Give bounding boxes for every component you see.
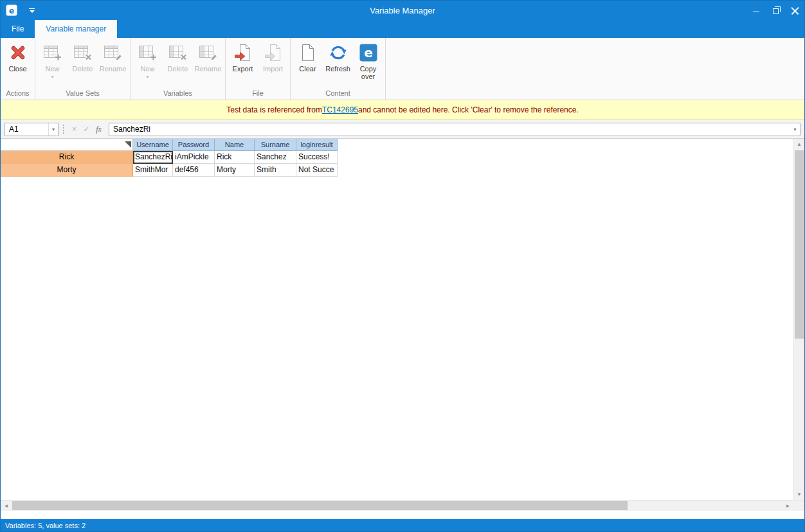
variable-manager-window: e Variable Manager File Variable manager [0, 0, 805, 532]
row-header-morty[interactable]: Morty [1, 164, 133, 177]
ribbon-valuesets-delete-button[interactable]: Delete [68, 39, 98, 73]
ribbon-button-label: Delete [73, 65, 93, 73]
corner-triangle-icon [125, 141, 131, 148]
tab-variable-manager[interactable]: Variable manager [35, 20, 117, 38]
horizontal-scroll-thumb[interactable] [12, 501, 628, 510]
window-title: Variable Manager [1, 6, 804, 15]
minimize-button[interactable] [746, 1, 766, 20]
refresh-arrows-icon [329, 42, 348, 63]
ribbon: Close Actions [1, 38, 804, 100]
testcase-link[interactable]: TC142695 [322, 105, 358, 114]
column-header-loginresult[interactable]: loginresult [296, 139, 338, 151]
ribbon-clear-button[interactable]: Clear [293, 39, 323, 73]
column-header-password[interactable]: Password [173, 139, 215, 151]
ribbon-close-button[interactable]: Close [3, 39, 33, 73]
scroll-up-button[interactable]: ▲ [794, 139, 804, 150]
horizontal-scroll-track[interactable] [12, 501, 782, 511]
ribbon-group-actions: Close Actions [1, 38, 35, 100]
rename-value-set-icon [104, 42, 123, 63]
cell-name-morty[interactable]: Morty [215, 164, 255, 177]
dropdown-arrow-icon: ▾ [146, 74, 149, 80]
ribbon-group-value-sets: New ▾ Delete [35, 38, 131, 100]
cell-loginresult-rick[interactable]: Success! [296, 151, 338, 164]
import-document-icon [264, 42, 282, 63]
ribbon-button-label: Close [8, 65, 26, 73]
ribbon-group-label-actions: Actions [3, 88, 33, 100]
scroll-right-button[interactable]: ► [782, 501, 793, 511]
close-window-button[interactable] [785, 1, 804, 20]
ribbon-import-button[interactable]: Import [258, 39, 288, 73]
formula-confirm-button[interactable]: ✓ [80, 125, 93, 134]
close-window-icon [791, 6, 799, 15]
copy-over-logo-icon: e [359, 42, 378, 63]
scrollbar-corner [793, 501, 804, 511]
title-bar: e Variable Manager [1, 1, 804, 20]
cell-password-rick[interactable]: iAmPickle [173, 151, 215, 164]
cell-loginresult-morty[interactable]: Not Succe [296, 164, 338, 177]
ribbon-copy-over-button[interactable]: e Copy over [353, 39, 383, 80]
status-bar: Variables: 5, value sets: 2 [1, 519, 804, 531]
table-row-morty: Morty SmithMor def456 Morty Smith Not Su… [1, 164, 793, 177]
formula-bar-expand-icon[interactable]: ▾ [790, 127, 800, 132]
column-header-username[interactable]: Username [133, 139, 173, 151]
ribbon-group-content: Clear Refresh [291, 38, 386, 100]
formula-bar-separator [62, 124, 64, 134]
cell-password-morty[interactable]: def456 [173, 164, 215, 177]
name-box-input[interactable] [5, 125, 48, 134]
scroll-left-button[interactable]: ◄ [1, 501, 12, 511]
cell-username-rick[interactable]: SanchezRi [133, 151, 173, 164]
window-controls [746, 1, 804, 20]
vertical-scroll-thumb[interactable] [795, 150, 804, 339]
ribbon-tab-row: File Variable manager [1, 20, 804, 38]
scroll-down-button[interactable]: ▼ [794, 489, 804, 500]
tab-file[interactable]: File [1, 20, 35, 38]
column-header-name[interactable]: Name [215, 139, 255, 151]
ribbon-group-label-variables: Variables [132, 88, 223, 100]
ribbon-button-label: New [45, 65, 59, 73]
ribbon-group-file: Export Import File [226, 38, 291, 100]
notice-text-after: and cannot be edited here. Click 'Clear'… [358, 105, 579, 114]
cell-surname-morty[interactable]: Smith [255, 164, 296, 177]
ribbon-button-label: New [140, 65, 154, 73]
cell-value: SanchezRi [135, 152, 172, 161]
cell-name-rick[interactable]: Rick [215, 151, 255, 164]
cell-username-morty[interactable]: SmithMor [133, 164, 173, 177]
maximize-restore-button[interactable] [766, 1, 785, 20]
ribbon-button-label: Clear [299, 65, 316, 73]
column-header-surname[interactable]: Surname [255, 139, 296, 151]
select-all-corner[interactable] [1, 139, 133, 151]
ribbon-button-label: Refresh [325, 65, 350, 73]
formula-insert-function-button[interactable]: fx [93, 125, 105, 134]
ribbon-group-label-content: Content [293, 88, 383, 100]
ribbon-valuesets-rename-button[interactable]: Rename [98, 39, 128, 73]
new-value-set-icon [43, 42, 62, 63]
ribbon-variables-new-button[interactable]: New ▾ [132, 39, 163, 80]
row-header-rick[interactable]: Rick [1, 151, 133, 164]
sheet: Username Password Name Surname loginresu… [1, 139, 793, 500]
ribbon-button-label: Import [263, 65, 283, 73]
formula-bar: ▾ × ✓ fx ▾ [1, 120, 804, 139]
rename-variable-icon [199, 42, 218, 63]
ribbon-button-label: Export [233, 65, 253, 73]
svg-text:e: e [9, 6, 14, 15]
ribbon-variables-rename-button[interactable]: Rename [193, 39, 223, 73]
ribbon-group-label-file: File [228, 88, 288, 100]
new-variable-icon [138, 42, 158, 63]
delete-value-set-icon [73, 42, 93, 63]
close-red-x-icon [8, 42, 28, 63]
vertical-scrollbar[interactable]: ▲ ▼ [793, 139, 804, 500]
quick-access-toolbar-arrow-icon[interactable] [29, 8, 35, 13]
ribbon-export-button[interactable]: Export [228, 39, 258, 73]
ribbon-button-label: Rename [195, 65, 222, 73]
cell-surname-rick[interactable]: Sanchez [255, 151, 296, 164]
ribbon-group-label-value-sets: Value Sets [37, 88, 128, 100]
ribbon-button-label: Delete [168, 65, 188, 73]
name-box-dropdown-icon[interactable]: ▾ [48, 123, 58, 136]
app-logo-icon[interactable]: e [6, 4, 17, 16]
formula-input[interactable] [109, 125, 790, 134]
formula-cancel-button[interactable]: × [68, 125, 80, 134]
horizontal-scrollbar[interactable]: ◄ ► [1, 500, 804, 511]
ribbon-refresh-button[interactable]: Refresh [323, 39, 353, 73]
ribbon-variables-delete-button[interactable]: Delete [163, 39, 193, 73]
ribbon-valuesets-new-button[interactable]: New ▾ [37, 39, 68, 80]
